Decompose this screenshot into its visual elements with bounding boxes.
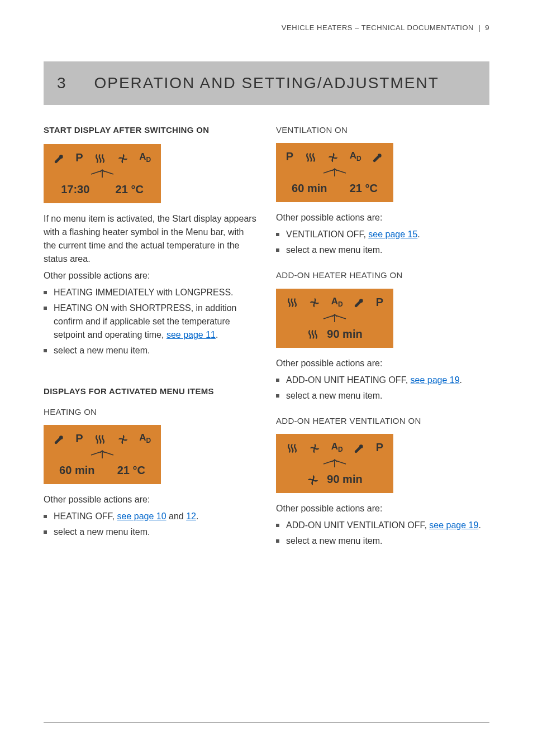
list-item: select a new menu item. bbox=[276, 389, 489, 403]
list-item: ADD-ON UNIT VENTILATION OFF, see page 19… bbox=[276, 519, 489, 532]
sec2-actions-label: Other possible actions are: bbox=[44, 493, 257, 506]
program-icon: P bbox=[75, 149, 83, 166]
fan-icon bbox=[117, 149, 129, 166]
sec5-sub: ADD-ON HEATER VENTILATION ON bbox=[276, 415, 489, 428]
fan-icon bbox=[327, 148, 339, 165]
display-time: 90 min bbox=[327, 471, 362, 487]
program-icon: P bbox=[376, 439, 383, 456]
display-temp: 21 °C bbox=[116, 181, 144, 198]
sec3-actions-list: VENTILATION OFF, see page 15. select a n… bbox=[276, 228, 489, 257]
ventilation-on-display: P AD 60 min 21 °C bbox=[276, 143, 393, 202]
page-link-15[interactable]: see page 15 bbox=[368, 229, 417, 239]
list-item: HEATING IMMEDIATELY with LONGPRESS. bbox=[44, 286, 257, 299]
list-item: select a new menu item. bbox=[44, 525, 257, 539]
chapter-heading: 3 OPERATION AND SETTING/ADJUSTMENT bbox=[57, 71, 476, 95]
addon-icon: AD bbox=[331, 439, 343, 454]
sec5-actions-list: ADD-ON UNIT VENTILATION OFF, see page 19… bbox=[276, 519, 489, 548]
start-display-panel: P AD 17:30 21 °C bbox=[44, 144, 161, 203]
sec1-heading: START DISPLAY AFTER SWITCHING ON bbox=[44, 124, 257, 137]
status-fan-icon bbox=[307, 471, 319, 487]
sec1-actions-label: Other possible actions are: bbox=[44, 269, 257, 283]
chapter-title: OPERATION AND SETTING/ADJUSTMENT bbox=[94, 74, 439, 92]
addon-icon: AD bbox=[139, 430, 151, 446]
page-link-19[interactable]: see page 19 bbox=[411, 375, 460, 385]
program-icon: P bbox=[286, 148, 293, 165]
wrench-icon bbox=[54, 149, 65, 166]
list-item: VENTILATION OFF, see page 15. bbox=[276, 228, 489, 241]
list-item: ADD-ON UNIT HEATING OFF, see page 19. bbox=[276, 374, 489, 387]
heat-icon bbox=[286, 294, 298, 310]
sec3-sub: VENTILATION ON bbox=[276, 124, 489, 137]
program-icon: P bbox=[376, 294, 383, 310]
sec4-actions-list: ADD-ON UNIT HEATING OFF, see page 19. se… bbox=[276, 374, 489, 403]
chapter-title-bar: 3 OPERATION AND SETTING/ADJUSTMENT bbox=[44, 61, 489, 105]
left-column: START DISPLAY AFTER SWITCHING ON P AD 17… bbox=[44, 124, 257, 561]
display-time: 60 min bbox=[59, 462, 94, 479]
chapter-num: 3 bbox=[57, 74, 67, 92]
sec2-sub: HEATING ON bbox=[44, 406, 257, 419]
header-title: VEHICLE HEATERS – TECHNICAL DOCUMENTATIO… bbox=[282, 23, 474, 32]
sec4-actions-label: Other possible actions are: bbox=[276, 357, 489, 370]
display-time: 90 min bbox=[327, 326, 362, 342]
heating-on-display: P AD 60 min 21 °C bbox=[44, 425, 161, 484]
sec5-actions-label: Other possible actions are: bbox=[276, 502, 489, 515]
footer-rule bbox=[44, 722, 489, 722]
list-item: select a new menu item. bbox=[276, 534, 489, 548]
addon-icon: AD bbox=[350, 149, 361, 164]
wrench-icon bbox=[54, 430, 65, 447]
sec4-sub: ADD-ON HEATER HEATING ON bbox=[276, 269, 489, 282]
sec2-actions-list: HEATING OFF, see page 10 and 12. select … bbox=[44, 510, 257, 539]
page-link-10[interactable]: see page 10 bbox=[117, 511, 166, 521]
list-item: select a new menu item. bbox=[44, 344, 257, 357]
addon-vent-display: AD P 90 min bbox=[276, 434, 393, 493]
sec1-actions-list: HEATING IMMEDIATELY with LONGPRESS. HEAT… bbox=[44, 286, 257, 357]
page-header: VEHICLE HEATERS – TECHNICAL DOCUMENTATIO… bbox=[44, 22, 489, 34]
program-icon: P bbox=[75, 430, 83, 447]
display-time: 60 min bbox=[292, 180, 327, 197]
wrench-icon bbox=[354, 439, 365, 456]
status-heat-icon bbox=[307, 326, 319, 342]
sec2-heading: DISPLAYS FOR ACTIVATED MENU ITEMS bbox=[44, 385, 257, 398]
fan-icon bbox=[309, 439, 320, 456]
right-column: VENTILATION ON P AD 60 min 21 °C Other p… bbox=[276, 124, 489, 561]
heat-icon bbox=[94, 430, 106, 447]
list-item: select a new menu item. bbox=[276, 243, 489, 257]
list-item: HEATING ON with SHORTPRESS, in addition … bbox=[44, 302, 257, 342]
fan-icon bbox=[309, 294, 320, 310]
wrench-icon bbox=[372, 148, 383, 165]
heat-icon bbox=[286, 439, 298, 456]
header-page-num: 9 bbox=[485, 23, 489, 32]
addon-heating-display: AD P 90 min bbox=[276, 289, 393, 348]
sec1-para: If no menu item is activated, the Start … bbox=[44, 212, 257, 266]
sec3-actions-label: Other possible actions are: bbox=[276, 211, 489, 224]
heat-icon bbox=[94, 149, 106, 166]
page-link-12[interactable]: 12 bbox=[186, 511, 196, 521]
wrench-icon bbox=[354, 294, 365, 310]
list-item: HEATING OFF, see page 10 and 12. bbox=[44, 510, 257, 523]
page-link-19b[interactable]: see page 19 bbox=[429, 520, 478, 530]
addon-icon: AD bbox=[139, 150, 151, 165]
fan-icon bbox=[117, 430, 129, 447]
display-temp: 21 °C bbox=[117, 462, 145, 479]
heat-icon bbox=[304, 148, 317, 165]
display-temp: 21 °C bbox=[350, 180, 378, 197]
addon-icon: AD bbox=[331, 294, 343, 309]
page-link-11[interactable]: see page 11 bbox=[166, 330, 216, 339]
display-time: 17:30 bbox=[61, 181, 89, 198]
